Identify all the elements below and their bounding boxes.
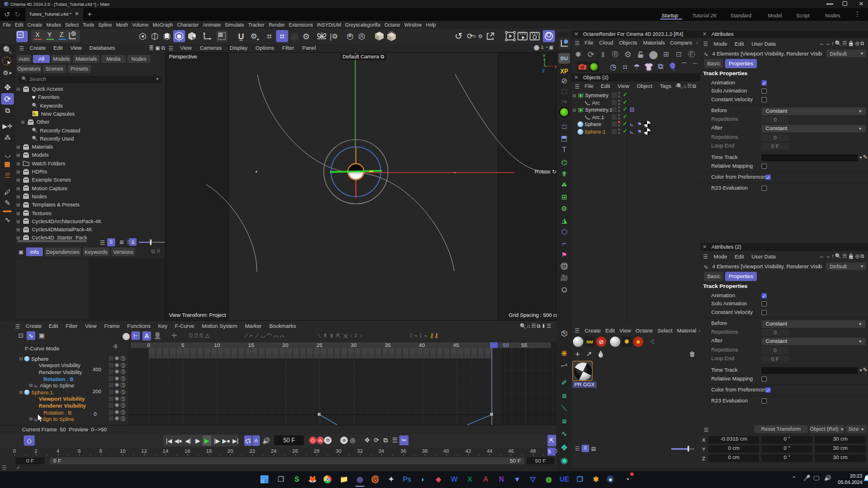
svg-text:15: 15	[248, 342, 255, 348]
svg-text:40: 40	[419, 342, 425, 348]
svg-text:5: 5	[181, 342, 184, 348]
svg-text:55: 55	[521, 342, 528, 348]
svg-text:35: 35	[385, 342, 391, 348]
svg-text:Y: Y	[543, 53, 546, 58]
svg-text:10: 10	[214, 342, 220, 348]
svg-text:30: 30	[351, 342, 357, 348]
svg-text:0: 0	[147, 342, 150, 348]
svg-text:Z: Z	[542, 68, 545, 73]
svg-text:20: 20	[282, 342, 289, 348]
svg-text:45: 45	[453, 342, 459, 348]
svg-text:50: 50	[503, 342, 509, 348]
svg-text:25: 25	[317, 342, 323, 348]
